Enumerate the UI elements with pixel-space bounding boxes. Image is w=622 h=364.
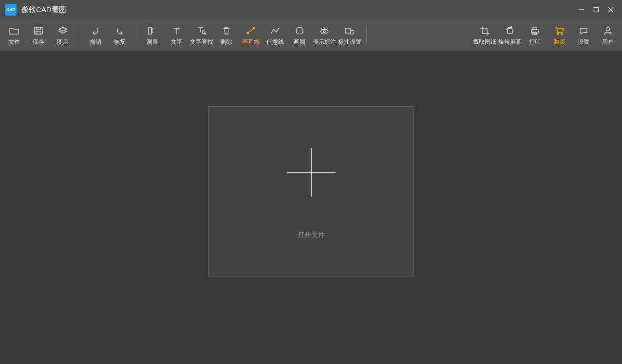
- polyline-label: 任意线: [266, 38, 284, 46]
- svg-point-22: [606, 27, 610, 31]
- text-icon: [171, 24, 182, 37]
- close-button[interactable]: [603, 0, 618, 19]
- polyline-button[interactable]: 任意线: [263, 19, 287, 51]
- circle-label: 画圆: [294, 38, 305, 46]
- measure-label: 测量: [147, 38, 158, 46]
- save-button[interactable]: 保存: [26, 19, 51, 51]
- measure-button[interactable]: 测量: [140, 19, 165, 51]
- app-icon: CAD: [5, 4, 17, 16]
- toolbar-separator: [79, 25, 79, 45]
- chat-button[interactable]: 设置: [571, 19, 596, 51]
- svg-point-21: [561, 33, 563, 35]
- trash-icon: [221, 24, 232, 37]
- polyline-icon: [270, 24, 281, 37]
- findtext-button[interactable]: 文字查找: [189, 19, 214, 51]
- toolbar: 文件保存图层撤销恢复测量文字文字查找删除画直线任意线画圆显示标注标注设置截取图纸…: [0, 19, 622, 51]
- marksettings-button[interactable]: 标注设置: [337, 19, 362, 51]
- purchase-button[interactable]: 购买: [547, 19, 571, 51]
- user-icon: [603, 24, 613, 37]
- print-label: 打印: [529, 38, 541, 46]
- toolbar-separator: [136, 25, 136, 45]
- rotate-button[interactable]: 旋转屏幕: [497, 19, 523, 51]
- minimize-button[interactable]: [574, 0, 589, 19]
- undo-icon: [90, 24, 101, 37]
- redo-icon: [114, 24, 125, 37]
- eye-icon: [319, 24, 330, 37]
- print-button[interactable]: 打印: [523, 19, 547, 51]
- marksettings-label: 标注设置: [338, 38, 361, 46]
- crop-label: 截取图纸: [473, 38, 496, 46]
- layers-label: 图层: [57, 38, 69, 46]
- line-label: 画直线: [242, 38, 260, 46]
- measure-icon: [147, 24, 158, 37]
- line-icon: [245, 24, 256, 37]
- text-label: 文字: [171, 38, 183, 46]
- svg-rect-6: [36, 31, 41, 34]
- file-label: 文件: [8, 38, 20, 46]
- crop-icon: [479, 24, 490, 37]
- cart-icon: [554, 24, 565, 37]
- chat-icon: [578, 24, 589, 37]
- circle-icon: [294, 24, 305, 37]
- text-button[interactable]: 文字: [165, 19, 189, 51]
- plus-icon: [287, 148, 336, 197]
- file-button[interactable]: 文件: [2, 19, 26, 51]
- redo-label: 恢复: [114, 38, 126, 46]
- svg-rect-14: [345, 28, 350, 33]
- rotate-icon: [505, 24, 515, 37]
- content-area: 打开文件: [0, 51, 622, 364]
- svg-rect-16: [508, 29, 512, 34]
- line-button[interactable]: 画直线: [239, 19, 263, 51]
- print-icon: [529, 24, 540, 37]
- rotate-label: 旋转屏幕: [498, 38, 522, 46]
- open-file-label: 打开文件: [298, 231, 325, 239]
- crop-button[interactable]: 截取图纸: [472, 19, 497, 51]
- folder-icon: [9, 24, 19, 37]
- showmark-button[interactable]: 显示标注: [312, 19, 337, 51]
- layers-button[interactable]: 图层: [51, 19, 75, 51]
- save-icon: [33, 24, 44, 37]
- svg-point-13: [323, 31, 325, 33]
- layers-icon: [57, 24, 68, 37]
- marksettings-icon: [344, 24, 355, 37]
- delete-label: 删除: [221, 38, 232, 46]
- save-label: 保存: [33, 38, 44, 46]
- findtext-icon: [196, 24, 207, 37]
- purchase-label: 购买: [553, 38, 565, 46]
- maximize-button[interactable]: [589, 0, 603, 19]
- circle-button[interactable]: 画圆: [287, 19, 312, 51]
- svg-rect-18: [533, 28, 537, 30]
- redo-button[interactable]: 恢复: [108, 19, 132, 51]
- open-file-box[interactable]: 打开文件: [208, 106, 414, 276]
- findtext-label: 文字查找: [190, 38, 213, 46]
- titlebar: CAD 傲软CAD看图: [0, 0, 622, 19]
- showmark-label: 显示标注: [313, 38, 336, 46]
- undo-label: 撤销: [90, 38, 101, 46]
- svg-rect-17: [531, 30, 538, 33]
- user-button[interactable]: 用户: [596, 19, 620, 51]
- svg-point-12: [296, 27, 303, 34]
- svg-rect-5: [37, 27, 40, 30]
- app-title: 傲软CAD看图: [21, 5, 66, 15]
- user-label: 用户: [602, 38, 614, 46]
- chat-label: 设置: [578, 38, 589, 46]
- delete-button[interactable]: 删除: [214, 19, 239, 51]
- svg-rect-7: [149, 27, 151, 34]
- svg-rect-1: [594, 8, 599, 12]
- svg-point-20: [558, 33, 559, 35]
- svg-line-11: [248, 29, 253, 33]
- undo-button[interactable]: 撤销: [83, 19, 108, 51]
